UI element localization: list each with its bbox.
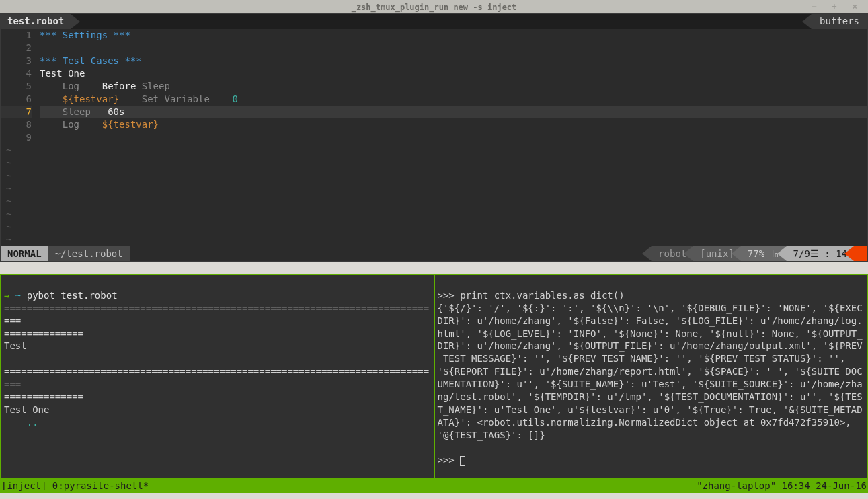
tilde-row: ~: [6, 195, 867, 208]
separator-line: ========================================…: [4, 303, 429, 326]
line-number: 9: [1, 131, 32, 144]
repl-prompt: >>>: [438, 455, 461, 465]
tmux-statusbar: [inject] 0:pyrasite-shell* "zhang-laptop…: [0, 478, 868, 493]
tilde-row: ~: [6, 157, 867, 169]
editor: test.robot buffers 123456789 *** Setting…: [0, 13, 868, 262]
code-line[interactable]: [40, 42, 867, 54]
status-position: 7/9☰ : 14: [787, 246, 854, 261]
test-name: Test One: [4, 404, 49, 415]
tilde-row: ~: [6, 182, 867, 195]
window-controls[interactable]: — + ×: [812, 1, 863, 12]
prompt-cwd: ~: [15, 290, 27, 301]
code-line[interactable]: ${testvar} Set Variable 0: [40, 93, 867, 106]
line-number: 2: [1, 42, 32, 54]
separator-short: ==============: [4, 391, 83, 402]
status-filepath: ~/test.robot: [48, 246, 130, 261]
tab-current-file[interactable]: test.robot: [1, 14, 71, 29]
status-mode: NORMAL: [1, 246, 48, 261]
line-number: 6: [1, 93, 32, 106]
tmux-status-left: [inject] 0:pyrasite-shell*: [1, 479, 149, 492]
status-end-marker: [854, 246, 867, 261]
repl-prompt: >>>: [438, 290, 461, 301]
line-number: 4: [1, 67, 32, 80]
code-area[interactable]: *** Settings ****** Test Cases ***Test O…: [40, 29, 867, 144]
tilde-row: ~: [6, 144, 867, 157]
code-line[interactable]: Sleep 60s: [40, 106, 867, 118]
line-number: 1: [1, 29, 32, 42]
prompt-arrow-icon: →: [4, 290, 15, 301]
line-number-gutter: 123456789: [1, 29, 40, 144]
tilde-row: ~: [6, 233, 867, 246]
window-gap: [0, 262, 868, 274]
code-line[interactable]: Log ${testvar}: [40, 118, 867, 131]
tilde-row: ~: [6, 221, 867, 233]
repl-command: print ctx.variables.as_dict(): [460, 290, 624, 301]
buffer-tabline: test.robot buffers: [1, 14, 867, 29]
empty-rows: ~~~~~~~~: [1, 144, 867, 246]
separator-line: ========================================…: [4, 366, 429, 389]
repl-output: {'${/}': '/', '${:}': ':', '${\\n}': '\n…: [438, 303, 863, 440]
tmux-status-right: "zhang-laptop" 16:34 24-Jun-16: [697, 479, 867, 492]
separator-short: ==============: [4, 328, 83, 339]
tmux-panes: → ~ pybot test.robot ===================…: [0, 274, 868, 478]
shell-command: pybot test.robot: [27, 290, 118, 301]
suite-name: Test: [4, 340, 27, 351]
terminal-pane-right[interactable]: >>> print ctx.variables.as_dict() {'${/}…: [435, 275, 867, 478]
line-number: 3: [1, 54, 32, 67]
code-line[interactable]: Test One: [40, 67, 867, 80]
cursor-icon: [460, 456, 465, 466]
tab-buffers[interactable]: buffers: [812, 14, 867, 29]
vim-statusline: NORMAL ~/test.robot robot [unix] 77% ㏑ 7…: [1, 246, 867, 261]
line-number: 7: [1, 106, 32, 118]
window-titlebar: _zsh_tmux_plugin_run new -s inject — + ×: [0, 0, 868, 13]
progress-dots: ..: [4, 417, 38, 428]
code-line[interactable]: *** Test Cases ***: [40, 54, 867, 67]
tilde-row: ~: [6, 169, 867, 182]
code-line[interactable]: [40, 131, 867, 144]
code-line[interactable]: Log Before Sleep: [40, 80, 867, 93]
code-line[interactable]: *** Settings ***: [40, 29, 867, 42]
line-number: 8: [1, 118, 32, 131]
line-number: 5: [1, 80, 32, 93]
terminal-pane-left[interactable]: → ~ pybot test.robot ===================…: [1, 275, 434, 478]
tilde-row: ~: [6, 208, 867, 221]
window-title: _zsh_tmux_plugin_run new -s inject: [352, 3, 517, 12]
